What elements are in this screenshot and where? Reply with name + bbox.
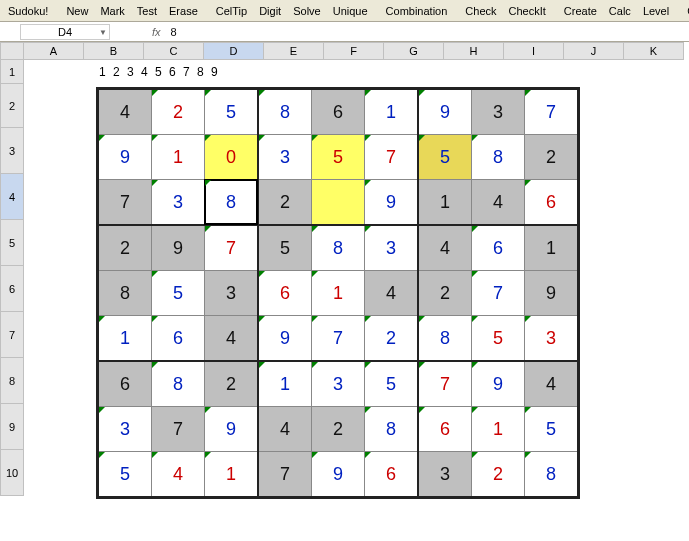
sudoku-cell[interactable]: 1 bbox=[152, 135, 204, 179]
sudoku-cell[interactable]: 5 bbox=[259, 226, 311, 270]
sudoku-cell[interactable]: 5 bbox=[419, 135, 471, 179]
sudoku-cell[interactable]: 6 bbox=[472, 226, 524, 270]
sudoku-cell[interactable]: 3 bbox=[419, 452, 471, 496]
sudoku-cell[interactable]: 8 bbox=[365, 407, 417, 451]
sudoku-cell[interactable]: 5 bbox=[525, 407, 577, 451]
sudoku-cell[interactable]: 3 bbox=[472, 90, 524, 134]
sudoku-cell[interactable]: 5 bbox=[152, 271, 204, 315]
sudoku-cell[interactable]: 6 bbox=[419, 407, 471, 451]
sudoku-cell[interactable]: 1 bbox=[472, 407, 524, 451]
sudoku-cell[interactable]: 8 bbox=[312, 226, 364, 270]
sudoku-cell[interactable]: 6 bbox=[365, 452, 417, 496]
sudoku-cell[interactable]: 7 bbox=[365, 135, 417, 179]
sudoku-cell[interactable]: 7 bbox=[419, 362, 471, 406]
sudoku-cell[interactable]: 2 bbox=[99, 226, 151, 270]
sudoku-cell[interactable]: 3 bbox=[312, 362, 364, 406]
sudoku-cell[interactable]: 7 bbox=[312, 316, 364, 360]
sudoku-cell[interactable]: 1 bbox=[205, 452, 257, 496]
chevron-down-icon[interactable]: ▼ bbox=[99, 28, 107, 37]
row-header[interactable]: 3 bbox=[0, 128, 24, 174]
column-header[interactable]: F bbox=[324, 42, 384, 60]
row-header[interactable]: 1 bbox=[0, 60, 24, 84]
sudoku-cell[interactable]: 4 bbox=[525, 362, 577, 406]
sudoku-cell[interactable]: 9 bbox=[99, 135, 151, 179]
column-header[interactable]: C bbox=[144, 42, 204, 60]
btn-create[interactable]: Create bbox=[558, 2, 603, 20]
sudoku-cell[interactable]: 7 bbox=[472, 271, 524, 315]
sudoku-cell[interactable]: 6 bbox=[99, 362, 151, 406]
sudoku-cell[interactable]: 3 bbox=[152, 180, 204, 224]
sudoku-cell[interactable]: 1 bbox=[259, 362, 311, 406]
fx-label[interactable]: fx bbox=[152, 26, 161, 38]
column-header[interactable]: E bbox=[264, 42, 324, 60]
app-title[interactable]: Sudoku! bbox=[2, 2, 54, 20]
sudoku-cell[interactable]: 2 bbox=[419, 271, 471, 315]
btn-solve[interactable]: Solve bbox=[287, 2, 327, 20]
btn-level[interactable]: Level bbox=[637, 2, 675, 20]
row-header[interactable]: 6 bbox=[0, 266, 24, 312]
sudoku-cell[interactable]: 3 bbox=[205, 271, 257, 315]
sudoku-cell[interactable]: 3 bbox=[525, 316, 577, 360]
sudoku-cell[interactable]: 4 bbox=[259, 407, 311, 451]
sudoku-cell[interactable]: 4 bbox=[152, 452, 204, 496]
sudoku-cell[interactable]: 5 bbox=[472, 316, 524, 360]
sudoku-cell[interactable] bbox=[312, 180, 364, 224]
sudoku-cell[interactable]: 9 bbox=[205, 407, 257, 451]
btn-test[interactable]: Test bbox=[131, 2, 163, 20]
btn-checkit[interactable]: CheckIt bbox=[503, 2, 552, 20]
sudoku-cell[interactable]: 1 bbox=[419, 180, 471, 224]
formula-value[interactable]: 8 bbox=[167, 25, 181, 39]
sudoku-cell[interactable]: 9 bbox=[472, 362, 524, 406]
sudoku-cell[interactable]: 7 bbox=[99, 180, 151, 224]
sudoku-cell[interactable]: 3 bbox=[259, 135, 311, 179]
sudoku-cell[interactable]: 8 bbox=[525, 452, 577, 496]
sudoku-cell[interactable]: 3 bbox=[99, 407, 151, 451]
btn-mark[interactable]: Mark bbox=[94, 2, 130, 20]
row-header[interactable]: 4 bbox=[0, 174, 24, 220]
sudoku-cell[interactable]: 6 bbox=[312, 90, 364, 134]
sudoku-cell[interactable]: 2 bbox=[205, 362, 257, 406]
sudoku-cell[interactable]: 2 bbox=[152, 90, 204, 134]
column-header[interactable]: D bbox=[204, 42, 264, 60]
sudoku-cell[interactable]: 2 bbox=[525, 135, 577, 179]
column-header[interactable]: B bbox=[84, 42, 144, 60]
btn-combination[interactable]: Combination bbox=[380, 2, 454, 20]
sudoku-cell[interactable]: 1 bbox=[99, 316, 151, 360]
sudoku-cell[interactable]: 4 bbox=[365, 271, 417, 315]
sudoku-cell[interactable]: 9 bbox=[312, 452, 364, 496]
sudoku-cell[interactable]: 9 bbox=[259, 316, 311, 360]
column-header[interactable]: G bbox=[384, 42, 444, 60]
name-box[interactable]: D4 ▼ bbox=[20, 24, 110, 40]
row-header[interactable]: 2 bbox=[0, 84, 24, 128]
sudoku-cell[interactable]: 7 bbox=[525, 90, 577, 134]
sudoku-cell[interactable]: 1 bbox=[525, 226, 577, 270]
sudoku-cell[interactable]: 8 bbox=[205, 180, 257, 224]
sudoku-cell[interactable]: 7 bbox=[259, 452, 311, 496]
sudoku-cell[interactable]: 8 bbox=[152, 362, 204, 406]
btn-new[interactable]: New bbox=[60, 2, 94, 20]
sudoku-cell[interactable]: 4 bbox=[205, 316, 257, 360]
btn-unique[interactable]: Unique bbox=[327, 2, 374, 20]
sudoku-cell[interactable]: 0 bbox=[205, 135, 257, 179]
select-all-corner[interactable] bbox=[0, 42, 24, 60]
sudoku-cell[interactable]: 5 bbox=[312, 135, 364, 179]
sudoku-cell[interactable]: 3 bbox=[365, 226, 417, 270]
row-header[interactable]: 7 bbox=[0, 312, 24, 358]
column-header[interactable]: K bbox=[624, 42, 684, 60]
sudoku-cell[interactable]: 9 bbox=[419, 90, 471, 134]
sudoku-cell[interactable]: 7 bbox=[152, 407, 204, 451]
sudoku-cell[interactable]: 6 bbox=[152, 316, 204, 360]
btn-celtip[interactable]: CelTip bbox=[210, 2, 253, 20]
sudoku-cell[interactable]: 9 bbox=[525, 271, 577, 315]
btn-check[interactable]: Check bbox=[459, 2, 502, 20]
sudoku-cell[interactable]: 6 bbox=[259, 271, 311, 315]
sudoku-cell[interactable]: 2 bbox=[472, 452, 524, 496]
sudoku-cell[interactable]: 4 bbox=[472, 180, 524, 224]
btn-digit[interactable]: Digit bbox=[253, 2, 287, 20]
btn-cleanup[interactable]: Cleanup bbox=[681, 2, 689, 20]
sudoku-cell[interactable]: 1 bbox=[365, 90, 417, 134]
sudoku-cell[interactable]: 5 bbox=[365, 362, 417, 406]
column-header[interactable]: A bbox=[24, 42, 84, 60]
sudoku-cell[interactable]: 6 bbox=[525, 180, 577, 224]
sudoku-cell[interactable]: 1 bbox=[312, 271, 364, 315]
